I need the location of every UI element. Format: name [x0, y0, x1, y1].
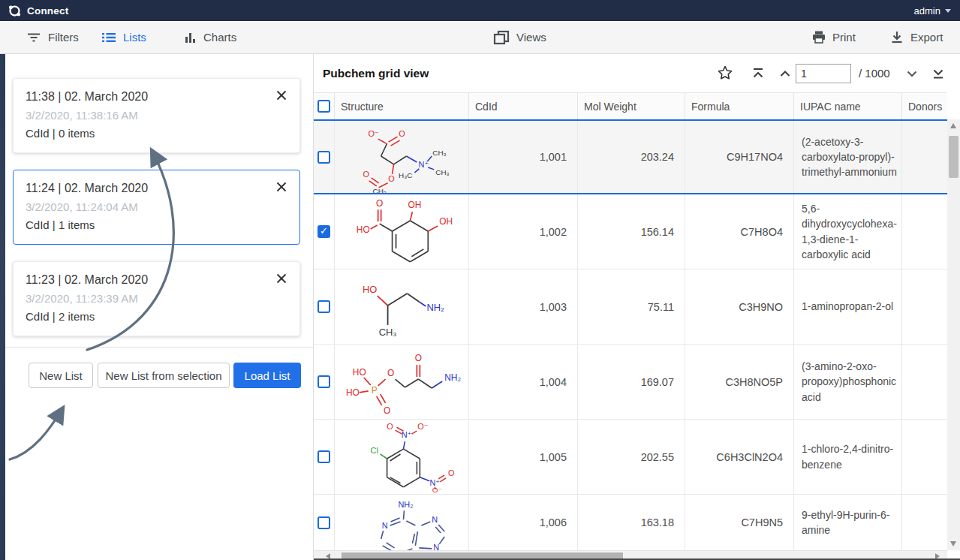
row-checkbox[interactable]	[317, 516, 330, 529]
structure-depiction: NH₂ N N N	[335, 496, 468, 550]
donors-cell	[902, 420, 947, 494]
list-card[interactable]: 11:23 | 02. March 2020 3/2/2020, 11:23:3…	[13, 261, 300, 336]
scroll-to-bottom-icon[interactable]	[929, 65, 947, 83]
list-card-timestamp: 3/2/2020, 11:24:04 AM	[26, 200, 287, 213]
close-icon[interactable]	[274, 88, 289, 103]
download-icon	[890, 31, 904, 44]
cdid-cell: 1,001	[469, 121, 578, 193]
list-card[interactable]: 11:38 | 02. March 2020 3/2/2020, 11:38:1…	[13, 78, 300, 153]
caret-down-icon	[945, 9, 951, 13]
donors-cell	[902, 121, 947, 193]
row-checkbox[interactable]	[317, 151, 330, 164]
molweight-cell: 169.07	[578, 345, 685, 419]
structure-cell: Cl N⁺ O O⁻ N⁺ O O⁻	[335, 420, 469, 494]
lists-button[interactable]: Lists	[101, 21, 146, 53]
svg-text:HO: HO	[357, 224, 370, 235]
column-header-formula[interactable]: Formula	[685, 93, 794, 119]
load-list-button[interactable]: Load List	[233, 363, 301, 388]
formula-cell: C3H9NO	[685, 269, 794, 344]
structure-depiction: HO NH₂ CH₃	[335, 271, 468, 343]
new-list-button[interactable]: New List	[29, 363, 93, 388]
list-card-timestamp: 3/2/2020, 11:23:39 AM	[26, 292, 287, 305]
svg-text:P: P	[372, 385, 378, 396]
column-header-donors[interactable]: Donors	[902, 93, 947, 119]
svg-text:O⁻: O⁻	[432, 486, 442, 493]
column-header-cdid[interactable]: CdId	[469, 93, 578, 119]
scrollbar-up-arrow[interactable]	[950, 123, 956, 128]
molweight-cell: 75.11	[578, 269, 685, 344]
table-row[interactable]: O HO OH OH 1,002 156.14 C7H8O4 5,6-dihyd…	[314, 194, 947, 269]
donors-cell	[902, 194, 947, 269]
svg-text:CH₃: CH₃	[432, 149, 446, 157]
list-card-title: 11:38 | 02. March 2020	[26, 90, 287, 104]
structure-depiction: O⁻ O N⁺ CH₃ CH₃ H₃C	[335, 122, 468, 193]
print-label: Print	[832, 31, 856, 44]
list-card[interactable]: 11:24 | 02. March 2020 3/2/2020, 11:24:0…	[13, 170, 300, 245]
page-total-label: / 1000	[859, 54, 890, 92]
svg-text:NH₂: NH₂	[444, 372, 461, 383]
svg-text:HO: HO	[363, 284, 377, 295]
structure-cell: HO NH₂ CH₃	[335, 269, 469, 344]
svg-text:N: N	[382, 521, 388, 530]
user-menu[interactable]: admin	[914, 5, 951, 17]
column-header-molweight[interactable]: Mol Weight	[578, 93, 685, 119]
favorite-star-icon[interactable]	[716, 64, 734, 82]
scrollbar-down-arrow[interactable]	[950, 541, 956, 546]
charts-label: Charts	[203, 31, 236, 44]
svg-text:HO: HO	[353, 367, 366, 378]
row-checkbox[interactable]	[317, 375, 330, 388]
structure-cell: O HO OH OH	[335, 194, 469, 269]
export-button[interactable]: Export	[890, 21, 943, 53]
bar-chart-icon	[185, 32, 197, 44]
scrollbar-thumb[interactable]	[949, 136, 958, 178]
app-brand[interactable]: Connect	[8, 4, 68, 18]
close-icon[interactable]	[274, 179, 289, 194]
list-card-meta: CdId | 2 items	[26, 310, 287, 323]
list-card-timestamp: 3/2/2020, 11:38:16 AM	[26, 109, 287, 122]
row-checkbox[interactable]	[317, 450, 330, 463]
svg-text:N⁺: N⁺	[402, 430, 412, 439]
column-header-structure[interactable]: Structure	[335, 93, 469, 119]
printer-icon	[812, 31, 826, 44]
filters-button[interactable]: Filters	[26, 21, 79, 53]
row-checkbox[interactable]	[317, 300, 330, 313]
table-row[interactable]: HO HO P O O O NH₂	[314, 345, 947, 420]
table-row[interactable]: Cl N⁺ O O⁻ N⁺ O O⁻ 1,005	[314, 420, 947, 495]
filters-label: Filters	[48, 31, 79, 44]
new-list-from-selection-button[interactable]: New List from selection	[98, 363, 230, 388]
column-header-iupac[interactable]: IUPAC name	[794, 93, 902, 119]
next-page-icon[interactable]	[903, 65, 921, 83]
grid-panel: Pubchem grid view / 1000 Structure CdId …	[314, 54, 960, 560]
list-card-title: 11:23 | 02. March 2020	[26, 273, 287, 287]
iupac-cell: 5,6-dihydroxycyclohexa-1,3-diene-1-carbo…	[794, 194, 902, 269]
vertical-scrollbar[interactable]	[947, 119, 960, 550]
formula-cell: C9H17NO4	[685, 121, 794, 193]
previous-page-icon[interactable]	[776, 65, 794, 83]
svg-text:Cl: Cl	[371, 446, 378, 455]
list-actions: New List New List from selection Load Li…	[5, 363, 313, 388]
table-row[interactable]: HO NH₂ CH₃ 1,003 75.11 C3H9NO 1-aminopro…	[314, 269, 947, 345]
svg-text:O: O	[415, 353, 422, 363]
table-row[interactable]: O⁻ O N⁺ CH₃ CH₃ H₃C	[314, 119, 947, 194]
svg-text:N: N	[433, 543, 439, 550]
svg-text:OH: OH	[408, 200, 421, 210]
svg-text:O⁻: O⁻	[417, 422, 428, 431]
scroll-to-top-icon[interactable]	[749, 65, 767, 83]
structure-depiction: HO HO P O O O NH₂	[335, 346, 468, 418]
row-checkbox[interactable]	[317, 225, 330, 238]
views-button[interactable]: Views	[493, 21, 546, 53]
molweight-cell: 156.14	[578, 194, 685, 269]
close-icon[interactable]	[274, 271, 289, 286]
structure-depiction: Cl N⁺ O O⁻ N⁺ O O⁻	[335, 421, 468, 493]
cdid-cell: 1,003	[469, 269, 578, 344]
page-number-input[interactable]	[796, 64, 851, 83]
list-card-meta: CdId | 1 items	[26, 218, 287, 231]
table-row[interactable]: NH₂ N N N	[314, 495, 947, 550]
structure-depiction: O HO OH OH	[335, 196, 468, 268]
iupac-cell: (3-amino-2-oxo-propoxy)phosphonic acid	[794, 345, 902, 419]
select-all-checkbox[interactable]	[317, 100, 330, 113]
charts-button[interactable]: Charts	[185, 21, 236, 53]
filter-icon	[26, 32, 41, 44]
print-button[interactable]: Print	[812, 21, 856, 53]
list-card-title: 11:24 | 02. March 2020	[26, 182, 287, 195]
